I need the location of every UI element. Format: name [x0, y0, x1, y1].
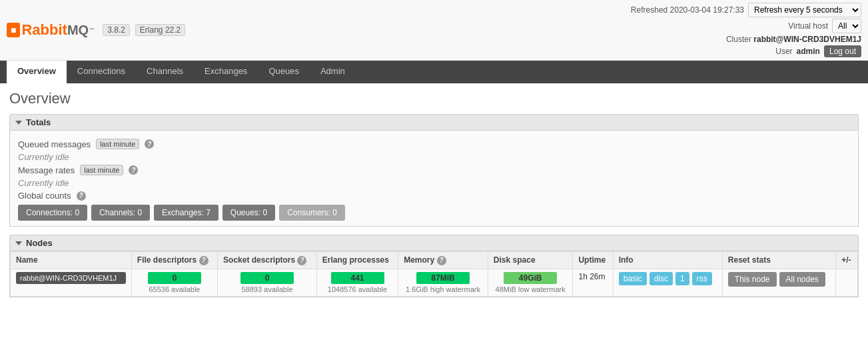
socket-desc-help-icon[interactable]: ?: [297, 256, 306, 265]
nodes-collapse-icon: [15, 241, 22, 245]
count-buttons: Connections: 0 Channels: 0 Exchanges: 7 …: [18, 205, 850, 221]
uptime-cell: 1h 26m: [573, 269, 613, 296]
message-rates-help-icon[interactable]: ?: [129, 165, 138, 175]
global-counts-help-icon[interactable]: ?: [77, 191, 86, 201]
logout-button[interactable]: Log out: [824, 45, 861, 57]
plus-minus-cell: [836, 269, 858, 296]
nodes-section-label: Nodes: [26, 238, 53, 248]
last-minute-badge-2: last minute: [80, 165, 123, 175]
memory-sub: 1.6GiB high watermark: [404, 285, 482, 293]
nav-bar: Overview Connections Channels Exchanges …: [0, 61, 868, 83]
nav-item-exchanges[interactable]: Exchanges: [194, 61, 258, 83]
memory-bar: 87MiB: [416, 272, 470, 284]
nodes-section: Nodes Name File descriptors ? Socket des…: [9, 235, 859, 297]
refresh-select[interactable]: No refresh Refresh every 5 seconds Refre…: [748, 3, 861, 17]
disk-sub: 48MiB low watermark: [494, 285, 568, 293]
nodes-table-header-row: Name File descriptors ? Socket descripto…: [11, 252, 858, 269]
col-file-desc: File descriptors ?: [131, 252, 217, 269]
socket-desc-bar: 0: [240, 272, 294, 284]
col-erlang-proc: Erlang processes: [316, 252, 398, 269]
col-name: Name: [11, 252, 132, 269]
reset-all-nodes-btn[interactable]: All nodes: [779, 272, 825, 287]
message-rates-label: Message rates: [18, 165, 75, 175]
logo-area: ■RabbitMQ™ 3.8.2 Erlang 22.2: [7, 21, 185, 39]
channels-count-btn[interactable]: Channels: 0: [91, 205, 150, 221]
col-uptime: Uptime: [573, 252, 613, 269]
info-badge-rss[interactable]: rss: [692, 272, 712, 285]
erlang-proc-cell: 441 1048576 available: [316, 269, 398, 296]
nav-item-queues[interactable]: Queues: [258, 61, 310, 83]
nodes-section-body: Name File descriptors ? Socket descripto…: [9, 251, 859, 297]
nodes-table: Name File descriptors ? Socket descripto…: [10, 251, 858, 297]
queued-messages-row: Queued messages last minute ?: [18, 139, 850, 149]
cluster-name: rabbit@WIN-CRD3DVHEM1J: [753, 35, 861, 44]
totals-section: Totals Queued messages last minute ? Cur…: [9, 114, 859, 227]
file-desc-cell: 0 65536 available: [131, 269, 217, 296]
page-title: Overview: [9, 90, 859, 107]
disk-bar: 49GiB: [504, 272, 557, 284]
reset-buttons: This node All nodes: [728, 272, 830, 287]
refresh-row: Refreshed 2020-03-04 19:27:33 No refresh…: [631, 3, 861, 17]
nav-item-overview[interactable]: Overview: [7, 61, 67, 83]
user-row: User admin Log out: [775, 45, 861, 57]
global-counts-label: Global counts: [18, 191, 71, 201]
socket-desc-available: 58893 available: [223, 285, 311, 293]
vhost-select[interactable]: All: [832, 19, 861, 33]
vhost-label: Virtual host: [788, 21, 828, 31]
logo-rabbit: Rabbit: [21, 21, 67, 39]
rabbitmq-version: 3.8.2: [103, 24, 130, 36]
totals-section-header[interactable]: Totals: [9, 114, 859, 131]
version-info: 3.8.2 Erlang 22.2: [103, 24, 185, 36]
info-cell: basic disc 1 rss: [613, 269, 722, 296]
nav-item-admin[interactable]: Admin: [310, 61, 356, 83]
idle-text-2: Currently idle: [18, 178, 850, 188]
file-desc-bar: 0: [148, 272, 201, 284]
logo-mq: MQ: [67, 23, 89, 38]
erlang-version: Erlang 22.2: [135, 24, 185, 36]
global-counts-row: Global counts ?: [18, 191, 850, 201]
message-rates-row: Message rates last minute ?: [18, 165, 850, 175]
queues-count-btn[interactable]: Queues: 0: [222, 205, 275, 221]
memory-help-icon[interactable]: ?: [437, 256, 446, 265]
col-info: Info: [613, 252, 722, 269]
top-right: Refreshed 2020-03-04 19:27:33 No refresh…: [631, 3, 861, 57]
refresh-timestamp: Refreshed 2020-03-04 19:27:33: [631, 5, 744, 15]
file-desc-available: 65536 available: [137, 285, 212, 293]
memory-cell: 87MiB 1.6GiB high watermark: [398, 269, 488, 296]
info-badge-disc[interactable]: disc: [650, 272, 673, 285]
top-bar: ■RabbitMQ™ 3.8.2 Erlang 22.2 Refreshed 2…: [0, 0, 868, 61]
nav-item-connections[interactable]: Connections: [67, 61, 136, 83]
nodes-section-header[interactable]: Nodes: [9, 235, 859, 251]
consumers-count-btn[interactable]: Consumers: 0: [279, 205, 345, 221]
totals-section-body: Queued messages last minute ? Currently …: [9, 131, 859, 227]
connections-count-btn[interactable]: Connections: 0: [18, 205, 87, 221]
vhost-row: Virtual host All: [788, 19, 861, 33]
col-plus-minus[interactable]: +/-: [836, 252, 858, 269]
file-desc-help-icon[interactable]: ?: [199, 256, 209, 265]
disk-space-cell: 49GiB 48MiB low watermark: [488, 269, 573, 296]
exchanges-count-btn[interactable]: Exchanges: 7: [154, 205, 218, 221]
reset-stats-cell: This node All nodes: [722, 269, 835, 296]
table-row: rabbit@WIN-CRD3DVHEM1J 0 65536 available…: [11, 269, 858, 296]
queued-messages-help-icon[interactable]: ?: [145, 139, 154, 149]
queued-messages-label: Queued messages: [18, 139, 91, 149]
node-name: rabbit@WIN-CRD3DVHEM1J: [16, 272, 126, 284]
last-minute-badge-1: last minute: [96, 139, 139, 149]
logo[interactable]: ■RabbitMQ™: [7, 21, 95, 39]
socket-desc-cell: 0 58893 available: [218, 269, 317, 296]
node-name-cell: rabbit@WIN-CRD3DVHEM1J: [11, 269, 132, 296]
info-badge-basic[interactable]: basic: [619, 272, 647, 285]
reset-this-node-btn[interactable]: This node: [728, 272, 777, 287]
info-badge-num[interactable]: 1: [675, 272, 689, 285]
col-reset-stats: Reset stats: [722, 252, 835, 269]
main-content: Overview Totals Queued messages last min…: [0, 83, 868, 312]
cluster-row: Cluster rabbit@WIN-CRD3DVHEM1J: [726, 35, 861, 44]
logo-icon: ■: [7, 23, 20, 37]
nav-item-channels[interactable]: Channels: [136, 61, 194, 83]
erlang-proc-bar: 441: [331, 272, 384, 284]
col-memory: Memory ?: [398, 252, 488, 269]
idle-text-1: Currently idle: [18, 152, 850, 162]
erlang-available: 1048576 available: [322, 285, 392, 293]
totals-collapse-icon: [15, 121, 22, 125]
col-disk-space: Disk space: [488, 252, 573, 269]
